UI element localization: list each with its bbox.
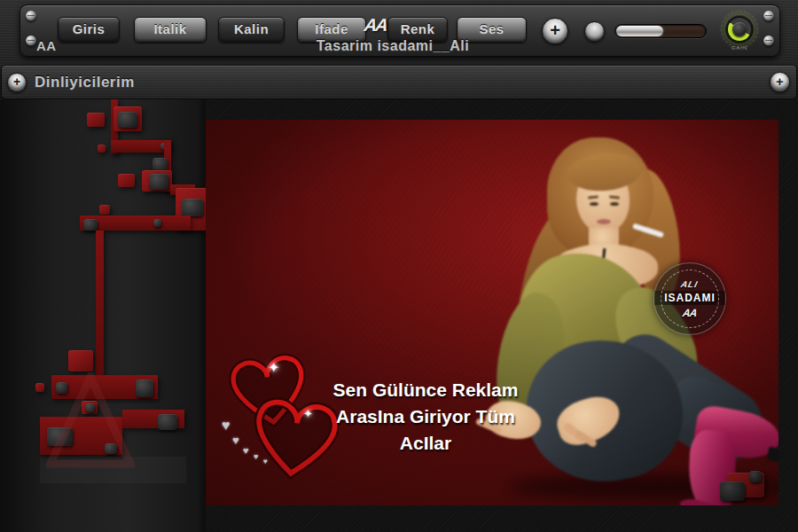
gain-knob[interactable] [725,15,754,43]
decor-square [87,113,105,127]
decor-square [68,350,93,372]
indicator-button[interactable] [584,21,605,42]
knob-dial[interactable] [725,15,754,43]
corner-aa-label: AA [36,38,57,53]
add-button[interactable]: + [542,18,568,44]
decor-square [158,414,177,430]
decor-bar [96,231,104,377]
listeners-label: Dinliyicilerim [35,74,135,91]
decor-square [83,219,98,231]
knob-label: GAIN [720,45,759,51]
listeners-add-button-right[interactable]: + [770,72,790,92]
plus-icon: + [550,20,560,40]
screw-icon [763,11,774,21]
app-window: Giris Italik Kalin Ifade AA Renk Ses + G… [0,0,798,532]
panel-vignette [206,120,778,505]
decor-square [99,205,110,215]
top-toolbar: Giris Italik Kalin Ifade AA Renk Ses + G… [20,4,780,58]
plus-icon: + [776,74,784,89]
decor-square [149,174,168,190]
listeners-bar: + Dinliyicilerim + [1,65,797,99]
plus-icon: + [13,74,20,89]
screw-icon [26,35,36,46]
decor-square [98,145,106,153]
giris-button[interactable]: Giris [58,17,120,43]
main-area: ✦ ✦ ♥ ♥ ♥ ♥ ♥ Sen Gülünce Reklam ArasIna… [0,99,798,532]
slider-fill [616,26,663,36]
decor-triangle [46,372,135,470]
screw-icon [26,11,36,21]
header-area: Giris Italik Kalin Ifade AA Renk Ses + G… [0,0,798,99]
decor-square [118,174,135,187]
decor-square [35,383,44,392]
volume-slider[interactable] [614,24,707,38]
decor-square [153,219,161,227]
listeners-add-button-left[interactable]: + [7,73,27,92]
decor-square [118,112,137,128]
artwork-panel: ✦ ✦ ♥ ♥ ♥ ♥ ♥ Sen Gülünce Reklam ArasIna… [206,120,778,505]
window-title: Tasarim isadami__Ali [242,38,544,54]
decor-square [182,199,203,216]
screw-icon [763,35,774,46]
decor-square [153,158,168,171]
aa-monogram-icon: AA [363,15,387,35]
decor-square [136,379,153,397]
italik-button[interactable]: Italik [134,17,207,43]
